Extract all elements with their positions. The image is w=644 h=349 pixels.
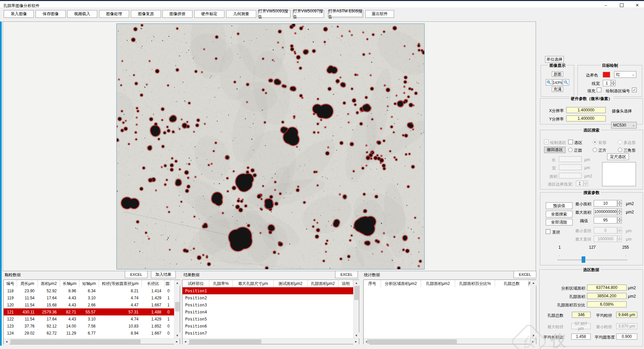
scroll-right-icon[interactable]: ► xyxy=(174,339,180,344)
region-checkbox[interactable] xyxy=(568,140,573,144)
scroll-left-icon[interactable]: ◄ xyxy=(4,339,9,344)
vertical-scrollbar[interactable]: ▲▼ xyxy=(353,280,359,338)
stats-excel-button[interactable]: EXCEL xyxy=(514,271,536,278)
min-diameter-field[interactable]: 0 xyxy=(594,227,617,234)
toolbar-button-7[interactable]: 硬件标定 xyxy=(194,10,224,18)
circle-radio[interactable] xyxy=(568,148,573,152)
scroll-down-icon[interactable]: ▼ xyxy=(354,333,359,338)
scroll-up-icon[interactable]: ▲ xyxy=(531,280,536,286)
border-color-swatch[interactable] xyxy=(603,72,610,78)
zoom-out-button[interactable] xyxy=(563,79,569,86)
toolbar-button-3[interactable]: 视频载入 xyxy=(67,10,97,18)
length-field[interactable] xyxy=(559,156,582,162)
scroll-left-icon[interactable]: ◄ xyxy=(182,339,188,344)
table-row[interactable]: Position2 xyxy=(182,294,353,301)
column-header[interactable]: 面积μm2 xyxy=(38,280,60,287)
column-header[interactable]: 说明 xyxy=(338,280,353,287)
fixed-region-button[interactable]: 定尺选区 xyxy=(607,153,629,160)
threshold-slider-thumb[interactable] xyxy=(582,256,585,263)
toolbar-button-11[interactable]: 打开ASTM E505报告 xyxy=(328,10,363,18)
toolbar-button-2[interactable]: 保存图像 xyxy=(36,10,66,18)
table-row[interactable]: Position4 xyxy=(182,308,353,315)
scrollbar-thumb[interactable] xyxy=(10,339,141,344)
toolbar-button-8[interactable]: 几何测量 xyxy=(226,10,256,18)
table-row[interactable]: 12429.0262.7211.296.778.941.6670 xyxy=(4,330,174,337)
table-row[interactable]: 12337.7692.1214.007.5610.831.8520 xyxy=(4,322,174,330)
column-header[interactable]: 孔隙率% xyxy=(209,280,233,287)
toolbar-button-1[interactable]: 装入图像 xyxy=(4,10,34,18)
add-to-result-button[interactable]: 加入结果 xyxy=(151,271,176,278)
horizontal-scrollbar[interactable]: ◄► xyxy=(364,338,536,344)
diameter-checkbox[interactable] xyxy=(546,229,550,234)
column-header[interactable]: 试样部位 xyxy=(182,280,209,287)
zoom-in-button[interactable] xyxy=(546,79,552,86)
area-field[interactable] xyxy=(559,173,582,179)
draw-region-checkbox[interactable]: ✓ xyxy=(544,140,549,144)
spin-up-icon[interactable]: ▲ xyxy=(611,80,615,83)
min-area-field[interactable]: 10 xyxy=(594,200,617,207)
preset-button[interactable]: 预设值 xyxy=(546,202,573,209)
max-diameter-spinner[interactable]: ▲▼ xyxy=(618,236,622,242)
table-row[interactable]: 11823.9052.928.966.348.211.4140 xyxy=(4,287,174,294)
threshold-field[interactable]: 95 xyxy=(594,217,617,223)
vertical-scrollbar[interactable]: ▲▼ xyxy=(530,280,536,338)
threshold-slider-track[interactable] xyxy=(557,259,627,260)
particle-excel-button[interactable]: EXCEL xyxy=(125,271,148,278)
result-excel-button[interactable]: EXCEL xyxy=(335,271,358,278)
scrollbar-thumb[interactable] xyxy=(354,286,359,300)
column-header[interactable]: 孔隙总数 xyxy=(495,280,529,287)
column-header[interactable]: 长轴μm xyxy=(60,280,79,287)
max-diameter-field[interactable]: 1000000 xyxy=(594,236,617,242)
region-border-width-field[interactable]: 1 xyxy=(576,181,583,186)
region-border-width-spinner[interactable]: ▲▼ xyxy=(584,181,588,186)
scroll-down-icon[interactable]: ▼ xyxy=(531,333,536,338)
column-header[interactable]: 短轴μm xyxy=(79,280,99,287)
polygon-radio[interactable] xyxy=(618,140,622,144)
square-radio[interactable] xyxy=(593,148,597,152)
horizontal-scrollbar[interactable]: ◄► xyxy=(182,338,359,344)
width-field[interactable] xyxy=(559,164,582,170)
toolbar-button-6[interactable]: 图像拼接 xyxy=(162,10,193,18)
scroll-right-icon[interactable]: ► xyxy=(530,339,536,344)
column-header[interactable]: 孔隙面积百分比% xyxy=(455,280,495,287)
table-row[interactable]: 11911.5417.644.433.104.741.4291 xyxy=(4,294,174,301)
table-row[interactable]: Position5 xyxy=(182,315,353,322)
column-header[interactable]: 孔隙面积μm2 xyxy=(421,280,455,287)
scroll-up-icon[interactable]: ▲ xyxy=(174,280,180,286)
column-header[interactable]: 测试面积μm2 xyxy=(274,280,308,287)
border-color-combo[interactable]: 红 ⌄ xyxy=(614,71,636,78)
table-row[interactable]: Position7 xyxy=(182,330,353,337)
toolbar-button-12[interactable]: 退出软件 xyxy=(365,10,394,18)
table-row[interactable]: 12211.5417.644.433.104.741.4291 xyxy=(4,315,174,322)
table-row[interactable]: Position3 xyxy=(182,301,353,308)
min-area-spinner[interactable]: ▲▼ xyxy=(618,200,622,207)
toolbar-button-9[interactable]: 打开VW50093报告 xyxy=(258,10,290,18)
toolbar-button-4[interactable]: 图像处理 xyxy=(99,10,129,18)
toolbar-button-5[interactable]: 图像复原 xyxy=(131,10,161,18)
y-resolution-field[interactable]: 1.400000 xyxy=(566,115,606,121)
table-row[interactable]: Position1 xyxy=(182,287,353,294)
max-area-spinner[interactable]: ▲▼ xyxy=(618,208,622,215)
original-image-button[interactable]: 原图 xyxy=(552,71,563,77)
max-area-field[interactable]: 1000000000 xyxy=(594,208,617,215)
triangle-radio[interactable] xyxy=(618,148,622,152)
line-width-field[interactable]: 1 xyxy=(603,80,611,86)
rect-radio[interactable] xyxy=(593,140,597,144)
column-header[interactable]: 粒径(等效圆直径)μm xyxy=(99,280,142,287)
table-row[interactable]: 12011.5415.684.432.664.471.6671 xyxy=(4,301,174,308)
column-header[interactable]: 周长μm xyxy=(17,280,38,287)
horizontal-scrollbar[interactable]: ◄► xyxy=(4,338,180,344)
fit-button[interactable]: 充满 xyxy=(552,87,563,92)
scroll-right-icon[interactable]: ► xyxy=(353,339,359,344)
min-diameter-spinner[interactable]: ▲▼ xyxy=(618,227,622,234)
camera-combo[interactable]: MC530 ⌄ xyxy=(611,122,637,129)
toolbar-button-10[interactable]: 打开VW50097报告 xyxy=(293,10,324,18)
search-all-button[interactable]: 全图搜索 xyxy=(546,211,573,217)
threshold-spinner[interactable]: ▲▼ xyxy=(618,217,622,223)
region-number-checkbox[interactable]: ✓ xyxy=(632,88,637,92)
scroll-down-icon[interactable]: ▼ xyxy=(174,333,180,338)
fill-checkbox[interactable] xyxy=(597,88,601,92)
column-header[interactable]: 长径比 xyxy=(142,280,165,287)
line-width-spinner[interactable]: ▲▼ xyxy=(611,80,615,86)
table-row[interactable]: 121430.112579.3682.7155.5757.311.4880 xyxy=(4,308,174,315)
